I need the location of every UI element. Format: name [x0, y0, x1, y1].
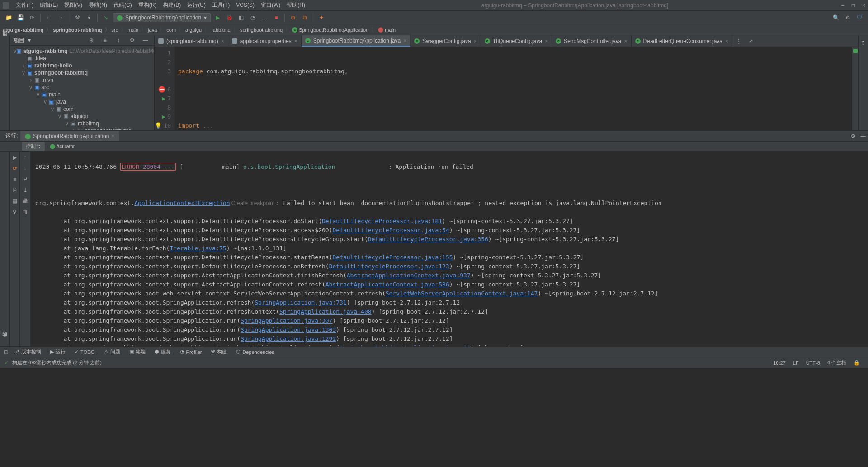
- editor-tab[interactable]: cDeadLetterQueueConsumer.java×: [632, 35, 732, 47]
- layout-icon[interactable]: ▦: [11, 197, 19, 205]
- menu-item[interactable]: 文件(F): [13, 2, 37, 8]
- attach-icon[interactable]: …: [259, 13, 269, 23]
- tool-window-toggle-icon[interactable]: ▢: [4, 349, 8, 355]
- tree-item[interactable]: v▣rabbitmq: [10, 120, 154, 127]
- gear-icon[interactable]: ⚙: [127, 35, 137, 45]
- tree-item[interactable]: ▣.idea: [10, 55, 154, 62]
- open-icon[interactable]: 📁: [4, 13, 14, 23]
- settings-icon[interactable]: ⚙: [843, 13, 853, 23]
- console-output[interactable]: 2023-06-11 10:57:48.766 ERROR 28004 --- …: [31, 152, 868, 346]
- down-icon[interactable]: ↓: [21, 164, 29, 172]
- editor-tab[interactable]: cTtlQueueConfig.java×: [481, 35, 552, 47]
- menu-item[interactable]: 重构(R): [135, 2, 160, 8]
- code-editor[interactable]: package com.atguigu.rabbitmq.springbootr…: [175, 47, 852, 130]
- tree-item[interactable]: v▣main: [10, 91, 154, 98]
- menu-item[interactable]: 导航(N): [85, 2, 110, 8]
- menu-item[interactable]: 窗口(W): [258, 2, 283, 8]
- maximize-icon[interactable]: □: [852, 2, 855, 9]
- coverage-icon[interactable]: ◧: [236, 13, 246, 23]
- caret-position[interactable]: 10:27: [769, 360, 789, 366]
- crumb[interactable]: springboot-rabbitmq: [52, 26, 110, 33]
- up-icon[interactable]: ↑: [21, 153, 29, 162]
- tree-item[interactable]: v▣java: [10, 98, 154, 105]
- assist-icon[interactable]: 🛡: [854, 13, 864, 23]
- run-settings-icon[interactable]: ⚙: [848, 131, 858, 141]
- project-tab[interactable]: 项目: [1, 38, 8, 42]
- minimize-icon[interactable]: –: [841, 2, 844, 9]
- wrap-icon[interactable]: ⤶: [21, 175, 29, 183]
- editor-tab[interactable]: cSendMsgController.java×: [552, 35, 631, 47]
- quick-run-icon[interactable]: ↘: [101, 13, 111, 23]
- project-tree[interactable]: v▣ atguigu-rabbitmq E:\WorkData\IdeaProj…: [10, 46, 154, 130]
- search-icon[interactable]: 🔍: [831, 13, 841, 23]
- crumb[interactable]: ⬤ main: [377, 27, 399, 33]
- tabs-more-icon[interactable]: ⋮: [732, 35, 745, 47]
- tree-item[interactable]: v▣com: [10, 105, 154, 113]
- tree-item[interactable]: ›▣rabbitmq-hello: [10, 62, 154, 69]
- structure-tab[interactable]: 结构: [1, 338, 8, 343]
- exit-icon[interactable]: ⎘: [11, 186, 19, 194]
- menu-item[interactable]: 帮助(H): [283, 2, 308, 8]
- hide-icon[interactable]: —: [141, 35, 151, 45]
- editor-tab[interactable]: cSpringbootRabbitmqApplication.java×: [302, 35, 410, 47]
- rerun-icon[interactable]: ▶: [11, 153, 19, 162]
- stop-icon[interactable]: ■: [271, 13, 281, 23]
- crumb[interactable]: java: [147, 26, 165, 33]
- run-hide-icon[interactable]: —: [858, 131, 868, 141]
- file-encoding[interactable]: UTF-8: [802, 360, 824, 366]
- terminal-tab[interactable]: ▣ 终端: [126, 348, 149, 355]
- back-icon[interactable]: ←: [44, 13, 54, 23]
- forward-icon[interactable]: →: [56, 13, 66, 23]
- build-tab[interactable]: ⚒ 构建: [207, 348, 231, 355]
- console-tab[interactable]: 控制台: [22, 142, 45, 151]
- stop-icon[interactable]: ■: [11, 175, 19, 183]
- vc-tab[interactable]: ⎇ 版本控制: [10, 348, 45, 355]
- run-tab[interactable]: ▶ 运行: [47, 348, 69, 355]
- print-icon[interactable]: 🖶: [21, 197, 29, 205]
- git2-icon[interactable]: ⧉: [300, 13, 310, 23]
- actuator-tab[interactable]: ⬤ Actuator: [46, 142, 79, 151]
- run-config-tab[interactable]: ⬤SpringbootRabbitmqApplication×: [20, 131, 119, 141]
- menu-item[interactable]: 运行(U): [184, 2, 209, 8]
- debug-icon[interactable]: 🐞: [224, 13, 234, 23]
- crumb[interactable]: com: [165, 26, 184, 33]
- collapse-icon[interactable]: ⊕: [86, 35, 96, 45]
- editor-tab[interactable]: cSwaggerConfig.java×: [410, 35, 481, 47]
- pin-icon[interactable]: ⚲: [11, 208, 19, 216]
- problems-tab[interactable]: ⚠ 问题: [100, 348, 124, 355]
- crumb[interactable]: atguigu-rabbitmq: [2, 26, 52, 33]
- crumb[interactable]: springbootrabbitmq: [239, 26, 291, 33]
- profiler-tab[interactable]: ◔ Profiler: [176, 349, 206, 355]
- sort-icon[interactable]: ↕: [113, 35, 123, 45]
- crumb[interactable]: cSpringbootRabbitmqApplication: [291, 26, 377, 33]
- clear-icon[interactable]: 🗑: [21, 208, 29, 216]
- rerun2-icon[interactable]: ⟳: [11, 164, 19, 172]
- tree-root[interactable]: v▣ atguigu-rabbitmq E:\WorkData\IdeaProj…: [10, 48, 154, 55]
- crumb[interactable]: main: [127, 26, 147, 33]
- crumb[interactable]: rabbitmq: [210, 26, 239, 33]
- refresh-icon[interactable]: ⟳: [27, 13, 37, 23]
- maven-tab[interactable]: m: [861, 39, 866, 47]
- more-icon[interactable]: ▾: [84, 13, 94, 23]
- deps-tab[interactable]: ⬡ Dependencies: [232, 349, 278, 355]
- tree-item[interactable]: ›▣.mvn: [10, 76, 154, 84]
- menu-item[interactable]: VCS(S): [233, 2, 258, 8]
- select-icon[interactable]: ≡: [100, 35, 110, 45]
- menu-item[interactable]: 编辑(E): [37, 2, 61, 8]
- misc-icon[interactable]: ✦: [316, 13, 326, 23]
- tree-item[interactable]: v▣springboot-rabbitmq: [10, 69, 154, 76]
- git-icon[interactable]: ⧉: [288, 13, 298, 23]
- scroll-icon[interactable]: ⤓: [21, 186, 29, 194]
- run-icon[interactable]: ▶: [212, 13, 222, 23]
- menu-item[interactable]: 构建(B): [160, 2, 184, 8]
- tabs-expand-icon[interactable]: ⤢: [745, 35, 757, 47]
- tree-item[interactable]: v▣springbootrabbitmq: [10, 127, 154, 130]
- todo-tab[interactable]: ✓ TODO: [71, 349, 99, 355]
- menu-item[interactable]: 视图(V): [61, 2, 85, 8]
- line-ending[interactable]: LF: [789, 360, 802, 366]
- crumb[interactable]: src: [111, 26, 127, 33]
- close-icon[interactable]: ×: [862, 2, 865, 9]
- profile-icon[interactable]: ◔: [248, 13, 258, 23]
- save-icon[interactable]: 💾: [15, 13, 25, 23]
- run-config-selector[interactable]: ⬤SpringbootRabbitmqApplication▾: [113, 13, 211, 22]
